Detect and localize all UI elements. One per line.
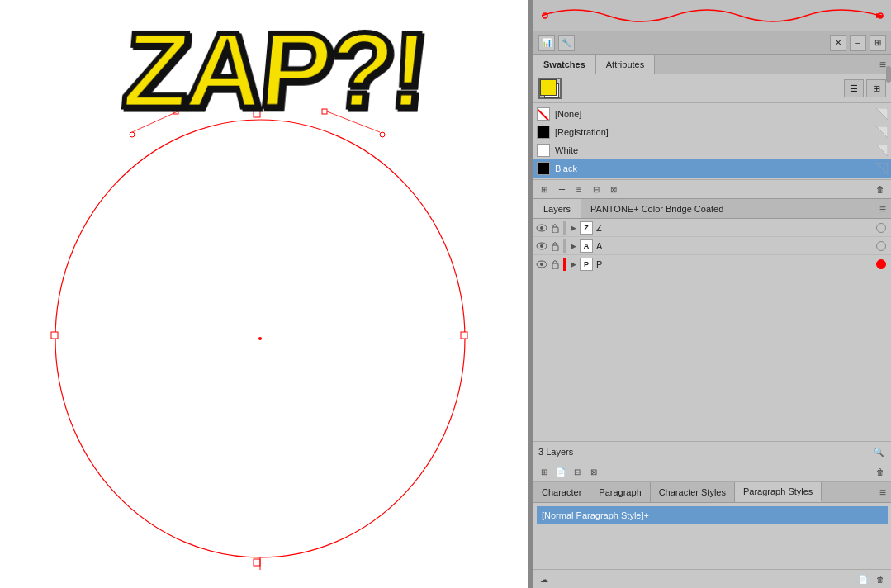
swatch-none-label: [None] — [555, 109, 873, 119]
layer-z-circle — [876, 223, 886, 233]
list-view-btn[interactable]: ☰ — [844, 79, 864, 97]
swatch-white-icon — [537, 144, 550, 157]
icons-toolbar: 📊 🔧 ✕ – ⊞ — [533, 31, 891, 55]
panel-icon-1[interactable]: 📊 — [538, 35, 555, 51]
layer-a-lock[interactable] — [548, 239, 562, 253]
svg-point-23 — [540, 226, 543, 230]
swatch-grid-icon[interactable]: ⊞ — [537, 182, 552, 197]
svg-marker-20 — [876, 145, 888, 156]
expand-button[interactable]: ⊞ — [870, 35, 886, 51]
swatch-white-type — [876, 145, 888, 156]
swatch-black-label: Black — [555, 164, 873, 173]
layers-search-btn[interactable]: 🔍 — [871, 444, 886, 459]
swatch-none-icon — [537, 107, 550, 121]
layer-a-arrow[interactable]: ▶ — [568, 241, 578, 251]
layer-z-arrow[interactable]: ▶ — [568, 223, 578, 233]
paragraph-tab[interactable]: Paragraph — [590, 482, 650, 502]
circle-path-svg — [50, 107, 471, 570]
swatch-registration[interactable]: [Registration] — [533, 123, 891, 141]
grid-view-btn[interactable]: ⊞ — [866, 79, 886, 97]
layer-a-color — [563, 239, 566, 253]
svg-marker-21 — [876, 163, 888, 174]
swatch-black[interactable]: Black — [533, 159, 891, 178]
layer-z-lock[interactable] — [548, 221, 562, 235]
svg-point-12 — [130, 132, 135, 137]
layers-tab[interactable]: Layers — [533, 199, 581, 218]
layer-a-name: A — [595, 241, 876, 251]
bottom-footer: ☁ 📄 🗑 — [533, 569, 891, 588]
svg-point-26 — [540, 244, 543, 248]
swatches-list: [None] [Registration] White — [533, 103, 891, 179]
swatches-tabs: Swatches Attributes ≡ — [533, 55, 891, 74]
right-panel: 📊 🔧 ✕ – ⊞ Swatches Attributes ≡ ☰ ⊞ — [533, 0, 891, 588]
swatch-small-list-icon[interactable]: ≡ — [571, 182, 586, 197]
layer-z-name: Z — [595, 223, 876, 233]
pantone-tab[interactable]: PANTONE+ Color Bridge Coated — [581, 199, 733, 218]
layers-count-bar: 3 Layers 🔍 — [533, 441, 891, 462]
layers-delete-btn[interactable]: 🗑 — [873, 464, 888, 479]
bottom-tab-bar: Character Paragraph Character Styles Par… — [533, 481, 891, 503]
layer-a-circle — [876, 241, 886, 251]
fill-stroke-box[interactable] — [538, 78, 562, 99]
swatch-tiny-icon[interactable]: ⊟ — [589, 182, 604, 197]
path-preview — [533, 0, 891, 31]
swatch-black-type — [876, 163, 888, 174]
svg-rect-3 — [51, 332, 58, 339]
layers-list: ▶ Z Z ▶ A A — [533, 219, 891, 330]
swatch-reg-label: [Registration] — [555, 127, 873, 137]
canvas-area: ZAP?! — [0, 0, 533, 588]
bottom-cloud-btn[interactable]: ☁ — [537, 571, 552, 586]
bottom-new-style-btn[interactable]: 📄 — [855, 571, 870, 586]
layers-panel: Layers PANTONE+ Color Bridge Coated ≡ ▶ … — [533, 199, 891, 481]
normal-paragraph-style-label: [Normal Paragraph Style]+ — [542, 510, 649, 520]
layer-p-circle — [876, 259, 886, 269]
layers-bottom-icons: ⊞ 📄 ⊟ ⊠ 🗑 — [533, 462, 891, 481]
svg-rect-30 — [552, 263, 558, 269]
layers-menu-btn[interactable]: ≡ — [874, 201, 891, 217]
layers-count-label: 3 Layers — [538, 447, 573, 457]
close-button[interactable]: ✕ — [830, 35, 846, 51]
bottom-menu-btn[interactable]: ≡ — [874, 484, 891, 500]
swatch-white[interactable]: White — [533, 141, 891, 159]
svg-rect-27 — [552, 245, 558, 251]
zap-text: ZAP?! — [119, 17, 428, 124]
layer-row-z[interactable]: ▶ Z Z — [533, 219, 891, 237]
layer-p-lock[interactable] — [548, 258, 562, 271]
bottom-delete-style-btn[interactable]: 🗑 — [873, 571, 888, 586]
layer-a-eye[interactable] — [535, 239, 548, 253]
swatch-list-icon[interactable]: ☰ — [554, 182, 569, 197]
svg-rect-4 — [461, 332, 467, 339]
attributes-tab[interactable]: Attributes — [596, 55, 655, 74]
layer-z-color — [563, 221, 566, 235]
character-tab[interactable]: Character — [533, 482, 590, 502]
minimize-button[interactable]: – — [850, 35, 866, 51]
swatches-tab[interactable]: Swatches — [533, 55, 596, 74]
swatch-named-icon[interactable]: ⊠ — [606, 182, 621, 197]
layer-z-eye[interactable] — [535, 221, 548, 235]
panel-icon-2[interactable]: 🔧 — [558, 35, 575, 51]
layer-z-thumb: Z — [580, 221, 593, 235]
swatch-reg-type — [876, 126, 888, 138]
layers-new-page-btn[interactable]: ⊞ — [537, 464, 552, 479]
layer-row-a[interactable]: ▶ A A — [533, 237, 891, 255]
layer-p-arrow[interactable]: ▶ — [568, 259, 578, 269]
character-styles-tab[interactable]: Character Styles — [651, 482, 735, 502]
layers-tabs: Layers PANTONE+ Color Bridge Coated ≡ — [533, 199, 891, 219]
swatch-reg-icon — [537, 126, 550, 139]
layer-p-thumb: P — [580, 258, 593, 271]
layers-duplicate-btn[interactable]: ⊠ — [586, 464, 601, 479]
swatch-delete-btn[interactable]: 🗑 — [873, 182, 888, 197]
svg-marker-18 — [876, 108, 888, 120]
swatch-none[interactable]: [None] — [533, 105, 891, 123]
layer-p-eye[interactable] — [535, 258, 548, 271]
layers-move-btn[interactable]: ⊟ — [570, 464, 585, 479]
swatch-black-icon — [537, 162, 550, 175]
paragraph-styles-content: [Normal Paragraph Style]+ — [533, 503, 891, 569]
normal-paragraph-style[interactable]: [Normal Paragraph Style]+ — [537, 506, 888, 524]
paragraph-styles-tab[interactable]: Paragraph Styles — [735, 482, 822, 502]
layers-new-layer-btn[interactable]: 📄 — [553, 464, 568, 479]
swatch-none-type — [876, 108, 888, 120]
svg-rect-2 — [254, 559, 260, 566]
layer-row-p[interactable]: ▶ P P — [533, 255, 891, 273]
svg-point-7 — [258, 337, 262, 340]
